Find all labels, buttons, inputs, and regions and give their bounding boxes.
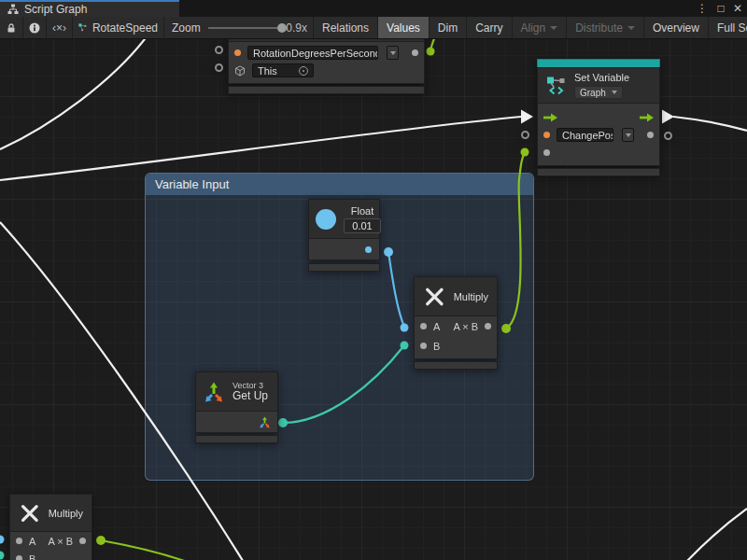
flow-out-port[interactable]: [640, 113, 654, 122]
group-header[interactable]: Variable Input: [146, 174, 533, 195]
input-port-a[interactable]: [420, 323, 427, 329]
wire-endpoint-dot: [0, 536, 5, 544]
kebab-menu-icon[interactable]: ⋮: [695, 1, 710, 16]
zoom-label: Zoom: [172, 21, 201, 35]
value-input-port[interactable]: [543, 149, 550, 156]
flow-in-port[interactable]: [543, 113, 557, 122]
wire-getvariable-output[interactable]: [430, 39, 436, 51]
node-title: Set Variable: [574, 72, 629, 83]
dim-button[interactable]: Dim: [430, 17, 467, 38]
zoom-slider-handle[interactable]: [277, 23, 287, 33]
chevron-down-icon: [550, 26, 557, 30]
float-value-input[interactable]: 0.01: [344, 218, 381, 233]
script-graph-asset-icon: [78, 21, 87, 34]
wire-endpoint-dot: [96, 536, 106, 545]
chevron-down-icon: [612, 91, 617, 94]
node-title: Multiply: [49, 508, 83, 519]
multiply-x-icon: [19, 501, 41, 525]
variable-scope-dropdown[interactable]: Graph: [574, 86, 623, 99]
set-variable-icon: [546, 76, 567, 96]
script-graph-window: Script Graph ⋮ □ ✕ ‹×›: [0, 0, 747, 560]
lock-icon: [6, 22, 17, 34]
node-get-variable[interactable]: RotationDegreesPerSecond This: [228, 39, 425, 94]
graph-hierarchy-icon: [7, 4, 19, 15]
wire-endpoint-dot: [521, 148, 529, 157]
tab-title: Script Graph: [24, 3, 87, 16]
close-icon[interactable]: ✕: [730, 1, 745, 16]
node-float-literal[interactable]: Float 0.01: [308, 199, 380, 272]
float-icon: [316, 209, 336, 230]
object-picker-icon[interactable]: [299, 66, 308, 76]
input-port-unconnected[interactable]: [215, 63, 223, 72]
graph-breadcrumb[interactable]: RotateSpeed: [73, 17, 164, 38]
vector3-axes-icon: [203, 381, 225, 403]
wire-flow-into-setvariable[interactable]: [0, 117, 521, 180]
wire-flow-topleft[interactable]: [0, 39, 148, 149]
carry-button[interactable]: Carry: [467, 17, 512, 38]
flow-arrowhead-out: [662, 110, 674, 124]
node-title: Float: [344, 205, 381, 217]
variable-name-dropdown[interactable]: ChangePos: [557, 128, 613, 142]
node-vector3-get-up[interactable]: Vector 3 Get Up: [195, 371, 278, 443]
node-title: Get Up: [233, 390, 268, 402]
value-output-port[interactable]: [647, 132, 654, 138]
wire-endpoint-dot: [427, 48, 435, 56]
output-port[interactable]: [79, 538, 86, 544]
info-icon: [29, 22, 40, 34]
values-button[interactable]: Values: [378, 17, 430, 38]
graph-canvas[interactable]: Variable Input: [0, 39, 747, 560]
title-bar: Script Graph ⋮ □ ✕: [0, 0, 747, 17]
zoom-slider[interactable]: [208, 27, 279, 29]
toolbar: ‹×› RotateSpeed Zoom 0.9x Relations Valu…: [0, 17, 747, 39]
wire-flow-bottomright[interactable]: [686, 509, 747, 560]
node-multiply[interactable]: Multiply A A × B B: [414, 276, 498, 370]
code-icon: ‹×›: [52, 21, 66, 35]
wire-flow-out-setvariable[interactable]: [673, 117, 747, 131]
value-output-port[interactable]: [365, 246, 372, 253]
zoom-control: Zoom 0.9x: [164, 17, 314, 38]
node-set-variable[interactable]: Set Variable Graph: [537, 59, 660, 176]
target-object-field[interactable]: This: [252, 63, 314, 77]
tab-script-graph[interactable]: Script Graph: [0, 0, 179, 17]
chevron-down-icon: [626, 133, 631, 137]
input-port-b[interactable]: [16, 555, 22, 560]
maximize-icon[interactable]: □: [713, 1, 728, 16]
dropdown-button[interactable]: [622, 128, 634, 142]
value-output-port[interactable]: [412, 49, 418, 56]
variable-name-dropdown[interactable]: RotationDegreesPerSecond: [247, 46, 378, 60]
code-preview-button[interactable]: ‹×›: [47, 17, 73, 38]
multiply-x-icon: [423, 285, 446, 309]
wire-endpoint-dot: [0, 552, 5, 560]
node-title: Multiply: [454, 291, 488, 302]
wire-multiply2-output[interactable]: [101, 540, 192, 560]
input-port-a[interactable]: [16, 538, 22, 544]
input-port-b[interactable]: [420, 343, 427, 349]
relations-button[interactable]: Relations: [314, 17, 378, 38]
inspect-button[interactable]: [23, 17, 47, 38]
input-port-unconnected[interactable]: [215, 46, 223, 54]
output-port-unconnected[interactable]: [664, 132, 672, 140]
flow-arrowhead-in: [521, 110, 533, 124]
graph-name-label: RotateSpeed: [92, 21, 158, 35]
fullscreen-button[interactable]: Full Screen: [709, 17, 747, 38]
chevron-down-icon: [627, 26, 635, 30]
overview-button[interactable]: Overview: [644, 17, 709, 38]
node-multiply[interactable]: Multiply A A × B B: [9, 494, 92, 560]
node-color-bar: [537, 59, 660, 67]
chevron-down-icon: [390, 51, 396, 55]
gameobject-cube-icon: [234, 65, 246, 77]
input-port-unconnected[interactable]: [521, 131, 529, 139]
distribute-dropdown[interactable]: Distribute: [567, 17, 644, 38]
dropdown-button[interactable]: [387, 46, 399, 60]
zoom-value: 0.9x: [286, 21, 307, 35]
lock-button[interactable]: [0, 17, 23, 38]
variable-name-port[interactable]: [234, 49, 241, 56]
output-port[interactable]: [485, 323, 491, 329]
align-dropdown[interactable]: Align: [513, 17, 568, 38]
variable-name-port[interactable]: [543, 132, 550, 138]
group-title: Variable Input: [155, 177, 229, 191]
vector3-output-port[interactable]: [259, 416, 271, 428]
